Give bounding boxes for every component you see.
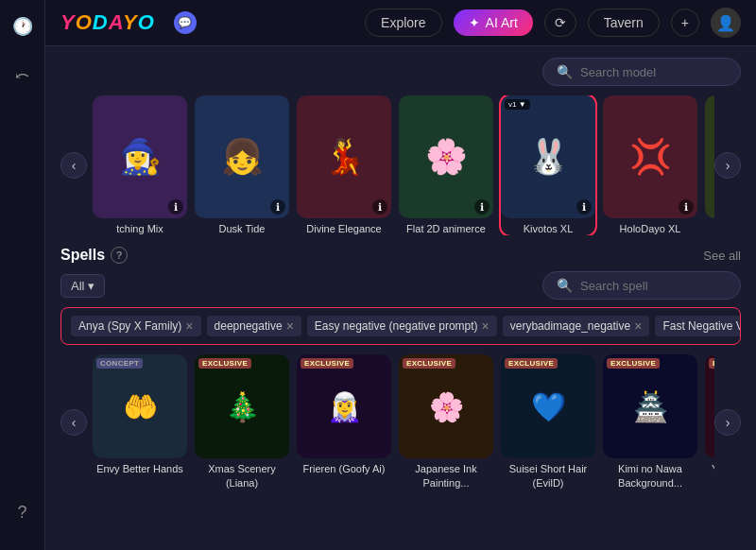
model-name: Dusk Tide xyxy=(195,222,289,235)
model-info-icon[interactable]: ℹ xyxy=(168,199,183,215)
user-avatar[interactable]: 👤 xyxy=(711,8,741,38)
spell-card[interactable]: 💙 EXCLUSIVE Suisei Short Hair (EvilD) xyxy=(501,354,595,490)
history-button[interactable]: ⟳ xyxy=(544,9,576,37)
spells-next-arrow[interactable]: › xyxy=(714,409,741,436)
filter-dropdown[interactable]: All ▾ xyxy=(60,274,105,298)
search-spell-icon: 🔍 xyxy=(557,278,573,293)
logo-o: O xyxy=(76,10,93,34)
spell-badge: EXCLUSIVE xyxy=(403,358,455,369)
search-model-row: 🔍 xyxy=(60,58,741,86)
spells-title: Spells ? xyxy=(60,247,128,264)
models-next-arrow[interactable]: › xyxy=(714,152,741,179)
model-card[interactable]: 💃 ℹ Divine Elegance xyxy=(297,95,391,235)
spell-tag-remove-icon[interactable]: × xyxy=(482,319,490,333)
filter-label: All xyxy=(71,279,84,293)
spell-badge: EXCLUSIVE xyxy=(607,358,660,369)
spell-tag-remove-icon[interactable]: × xyxy=(634,319,642,333)
model-name: Flat 2D animerce xyxy=(399,222,493,235)
tavern-button[interactable]: Tavern xyxy=(588,9,660,37)
spell-tag-label: deepnegative xyxy=(215,319,283,333)
spell-tag[interactable]: Anya (Spy X Family) × xyxy=(71,316,201,336)
model-info-icon[interactable]: ℹ xyxy=(372,199,387,215)
models-carousel: ‹ 🧙‍♀️ ℹ tching Mix 👧 ℹ Dusk Tide 💃 ℹ xyxy=(60,95,741,235)
spell-tag-label: Easy negative (negative prompt) xyxy=(315,319,478,333)
spell-tag[interactable]: deepnegative × xyxy=(207,316,301,336)
spell-card[interactable]: 🏯 EXCLUSIVE Kimi no Nawa Background... xyxy=(603,354,697,490)
spells-help-button[interactable]: ? xyxy=(111,247,128,264)
model-card[interactable]: 🐰 v1 ▼ ℹ Kivotos XL xyxy=(501,95,595,235)
search-model-input[interactable] xyxy=(580,65,727,79)
top-nav: YODAYO 💬 Explore ✦ AI Art ⟳ Tavern + 👤 xyxy=(45,0,756,46)
spells-header: Spells ? See all xyxy=(60,247,741,264)
sidebar-back-icon[interactable]: ⤺ xyxy=(8,60,38,91)
model-name: Kivotos XL xyxy=(501,222,595,235)
spell-badge: EXCLUSIVE xyxy=(709,358,714,369)
logo-a: A xyxy=(109,10,123,34)
logo-y2: Y xyxy=(123,10,138,34)
spell-badge: CONCEPT xyxy=(96,358,143,369)
spell-name: Kimi no Nawa Background... xyxy=(603,462,697,490)
model-card[interactable]: 💢 ℹ HoloDayo XL xyxy=(603,95,697,235)
spell-card[interactable]: 🤲 CONCEPT Envy Better Hands xyxy=(93,354,187,490)
spell-name: Japanese Ink Painting... xyxy=(399,462,493,490)
spell-tag-remove-icon[interactable]: × xyxy=(185,319,193,333)
spell-card[interactable]: 🎄 EXCLUSIVE Xmas Scenery (Liana) xyxy=(195,354,289,490)
spell-card[interactable]: 🌸 EXCLUSIVE Japanese Ink Painting... xyxy=(399,354,493,490)
spell-name: Frieren (Goofy Ai) xyxy=(297,462,391,475)
filter-row: All ▾ 🔍 xyxy=(60,271,741,300)
spell-tag[interactable]: verybadimage_negative × xyxy=(503,316,650,336)
logo-o2: O xyxy=(138,10,155,34)
sidebar-help-icon[interactable]: ? xyxy=(8,497,38,527)
search-model-box[interactable]: 🔍 xyxy=(542,58,741,86)
search-spell-box[interactable]: 🔍 xyxy=(542,271,741,300)
ai-art-button[interactable]: ✦ AI Art xyxy=(454,9,533,36)
model-name: HoloDayo XL xyxy=(603,222,697,235)
spells-carousel: ‹ 🤲 CONCEPT Envy Better Hands 🎄 EXCLUSIV… xyxy=(60,354,741,490)
main-content: YODAYO 💬 Explore ✦ AI Art ⟳ Tavern + 👤 🔍… xyxy=(45,0,756,550)
spells-list: 🤲 CONCEPT Envy Better Hands 🎄 EXCLUSIVE … xyxy=(87,354,714,490)
model-info-icon[interactable]: ℹ xyxy=(576,199,592,215)
model-name: tching Mix xyxy=(93,222,187,235)
spell-badge: EXCLUSIVE xyxy=(198,358,251,369)
ai-art-label: AI Art xyxy=(486,15,518,30)
aiart-star-icon: ✦ xyxy=(469,15,480,30)
model-info-icon[interactable]: ℹ xyxy=(474,199,490,215)
content-area: 🔍 ‹ 🧙‍♀️ ℹ tching Mix 👧 ℹ Dusk Tide xyxy=(45,46,756,550)
model-card[interactable]: ⚡ ℹ AmeMizu xyxy=(705,95,714,235)
logo: YODAYO xyxy=(60,10,155,35)
filter-chevron-icon: ▾ xyxy=(88,279,94,293)
spells-label: Spells xyxy=(60,247,105,264)
spell-tag-label: Anya (Spy X Family) xyxy=(78,319,181,333)
spell-card[interactable]: 🧝‍♀️ EXCLUSIVE Frieren (Goofy Ai) xyxy=(297,354,391,490)
discord-icon[interactable]: 💬 xyxy=(174,11,197,34)
search-model-icon: 🔍 xyxy=(557,64,573,79)
spell-card[interactable]: 🎃 EXCLUSIVE Yodawitch (Goofy Ai) xyxy=(705,354,714,490)
spell-badge: EXCLUSIVE xyxy=(505,358,558,369)
spell-tag-label: verybadimage_negative xyxy=(510,319,630,333)
spell-name: Envy Better Hands xyxy=(93,462,187,475)
model-card[interactable]: 🧙‍♀️ ℹ tching Mix xyxy=(93,95,187,235)
plus-button[interactable]: + xyxy=(671,9,699,37)
model-name: AmeMizu xyxy=(705,222,714,235)
spell-tag-label: Fast Negative V2 xyxy=(662,319,741,333)
model-info-icon[interactable]: ℹ xyxy=(679,199,694,215)
model-card[interactable]: 🌸 ℹ Flat 2D animerce xyxy=(399,95,493,235)
spell-badge: EXCLUSIVE xyxy=(301,358,353,369)
model-info-icon[interactable]: ℹ xyxy=(270,199,285,215)
model-name: Divine Elegance xyxy=(297,222,391,235)
spell-name: Suisei Short Hair (EvilD) xyxy=(501,462,595,490)
search-spell-input[interactable] xyxy=(580,279,727,293)
spell-tag[interactable]: Fast Negative V2 × xyxy=(655,316,741,336)
models-list: 🧙‍♀️ ℹ tching Mix 👧 ℹ Dusk Tide 💃 ℹ Divi… xyxy=(87,95,714,235)
models-prev-arrow[interactable]: ‹ xyxy=(60,152,87,179)
logo-y: Y xyxy=(60,10,76,34)
sidebar-history-icon[interactable]: 🕐 xyxy=(8,11,38,42)
explore-button[interactable]: Explore xyxy=(365,9,441,37)
spells-prev-arrow[interactable]: ‹ xyxy=(60,409,87,436)
spell-tag-remove-icon[interactable]: × xyxy=(286,319,294,333)
spell-tag[interactable]: Easy negative (negative prompt) × xyxy=(307,316,497,336)
selected-spells-container: Anya (Spy X Family) × deepnegative × Eas… xyxy=(60,307,741,345)
model-card[interactable]: 👧 ℹ Dusk Tide xyxy=(195,95,289,235)
see-all-link[interactable]: See all xyxy=(703,249,741,263)
spell-name: Yodawitch (Goofy Ai) xyxy=(705,462,714,490)
